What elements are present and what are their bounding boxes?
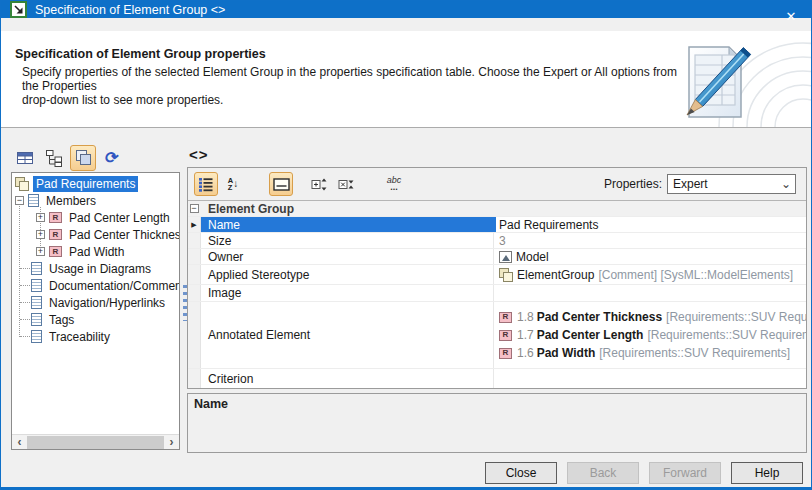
- expand-box-icon[interactable]: +: [36, 213, 45, 222]
- properties-mode-select[interactable]: Expert ⌄: [667, 174, 796, 194]
- requirement-name: Pad Center Thickness: [537, 310, 662, 324]
- sort-alphabetically-button[interactable]: AZ ↓: [221, 172, 245, 196]
- property-value[interactable]: [493, 369, 806, 388]
- property-label: Name: [201, 217, 493, 232]
- grid-view-button[interactable]: [12, 145, 38, 171]
- property-value-text: Model: [516, 250, 549, 264]
- tree-item-pad-center-length[interactable]: + R Pad Center Length: [12, 209, 179, 226]
- property-row-image[interactable]: Image: [188, 285, 806, 302]
- element-tree[interactable]: Pad Requirements − Members + R Pad Cente…: [11, 172, 180, 450]
- properties-toolbar: AZ ↓: [188, 168, 806, 201]
- tree-item-label: Usage in Diagrams: [46, 261, 154, 277]
- categorized-view-button[interactable]: [194, 172, 218, 196]
- annotated-element-item[interactable]: R 1.8 Pad Center Thickness [Requirements…: [499, 308, 806, 326]
- collapse-box-icon[interactable]: −: [15, 196, 24, 205]
- property-row-name[interactable]: ▶ Name Pad Requirements: [188, 217, 806, 233]
- property-value-text: ElementGroup: [517, 268, 594, 282]
- tree-item-usage-in-diagrams[interactable]: Usage in Diagrams: [12, 260, 179, 277]
- categorized-view-icon: [198, 177, 214, 192]
- collapse-all-button[interactable]: [334, 172, 358, 196]
- property-value[interactable]: 3: [493, 233, 806, 248]
- forward-button[interactable]: Forward: [649, 462, 721, 484]
- annotated-element-item[interactable]: R 1.6 Pad Width [Requirements::SUV Requi…: [499, 344, 806, 362]
- property-value-text: 3: [499, 234, 506, 248]
- tree-item-tags[interactable]: Tags: [12, 311, 179, 328]
- dialog-header: Specification of Element Group propertie…: [1, 31, 811, 128]
- expand-box-icon[interactable]: +: [36, 247, 45, 256]
- property-value[interactable]: Model: [493, 249, 806, 264]
- tree-item-members[interactable]: − Members: [12, 192, 179, 209]
- requirement-name: Pad Width: [537, 346, 596, 360]
- customize-button[interactable]: abc...: [382, 172, 406, 196]
- refresh-button[interactable]: ⟳: [99, 145, 125, 171]
- page-description-line1: Specify properties of the selected Eleme…: [22, 65, 682, 93]
- tree-connector: [20, 285, 30, 286]
- expand-all-button[interactable]: [307, 172, 331, 196]
- property-row-size[interactable]: Size 3: [188, 233, 806, 249]
- row-gutter: [188, 369, 201, 388]
- sort-alpha-icon: AZ ↓: [228, 177, 238, 192]
- collapse-box-icon[interactable]: −: [190, 204, 199, 213]
- group-collapse-gutter: −: [188, 201, 201, 216]
- tree-item-documentation-comments[interactable]: Documentation/Comments: [12, 277, 179, 294]
- properties-mode-value: Expert: [668, 177, 777, 191]
- property-row-criterion[interactable]: Criterion: [188, 369, 806, 388]
- requirement-icon: R: [499, 312, 512, 323]
- tree-item-traceability[interactable]: Traceability: [12, 328, 179, 345]
- requirement-icon: R: [499, 348, 512, 359]
- property-value[interactable]: Pad Requirements: [493, 217, 806, 232]
- specification-dialog: Specification of Element Group <> ✕ Spec…: [0, 0, 812, 490]
- requirement-path: [Requirements::SUV Requirements]: [599, 346, 790, 360]
- switch-view-button[interactable]: [70, 145, 96, 171]
- show-description-button[interactable]: [269, 172, 293, 196]
- tree-connector: [20, 268, 30, 269]
- app-icon: [10, 1, 27, 18]
- scrollbar-thumb[interactable]: [27, 436, 164, 449]
- properties-table: − Element Group ▶ Name Pad Requirements …: [188, 201, 806, 388]
- requirement-icon: R: [49, 246, 62, 257]
- tree-horizontal-scrollbar[interactable]: ‹ ›: [12, 434, 179, 449]
- tree-view-button[interactable]: [41, 145, 67, 171]
- row-gutter: [188, 233, 201, 248]
- property-value[interactable]: [493, 285, 806, 301]
- tree-connector: [20, 336, 30, 337]
- requirement-name: Pad Center Length: [537, 328, 644, 342]
- document-icon: [31, 330, 42, 343]
- requirement-number: 1.7: [517, 328, 534, 342]
- title-bar[interactable]: Specification of Element Group <> ✕: [1, 1, 811, 18]
- document-icon: [31, 279, 42, 292]
- property-label: Owner: [201, 249, 493, 264]
- tree-item-pad-width[interactable]: + R Pad Width: [12, 243, 179, 260]
- tree-item-pad-center-thickness[interactable]: + R Pad Center Thickness: [12, 226, 179, 243]
- annotated-element-item[interactable]: R 1.7 Pad Center Length [Requirements::S…: [499, 326, 806, 344]
- tree-item-navigation-hyperlinks[interactable]: Navigation/Hyperlinks: [12, 294, 179, 311]
- tree-toolbar: ⟳: [12, 145, 125, 171]
- property-row-applied-stereotype[interactable]: Applied Stereotype ElementGroup [Comment…: [188, 265, 806, 285]
- close-icon[interactable]: ✕: [771, 1, 811, 31]
- row-gutter: [188, 249, 201, 264]
- description-area-icon: [273, 178, 290, 191]
- tree-item-pad-requirements[interactable]: Pad Requirements: [12, 175, 179, 192]
- document-icon: [31, 313, 42, 326]
- hierarchy-icon: [45, 149, 63, 167]
- property-row-annotated-element[interactable]: Annotated Element R 1.8 Pad Center Thick…: [188, 302, 806, 369]
- tree-item-label: Traceability: [46, 329, 113, 345]
- help-button[interactable]: Help: [731, 462, 803, 484]
- row-gutter: ▶: [188, 217, 201, 232]
- property-label: Applied Stereotype: [201, 265, 493, 284]
- close-button[interactable]: Close: [485, 462, 557, 484]
- group-header-label: Element Group: [201, 201, 294, 216]
- scroll-right-icon[interactable]: ›: [164, 436, 179, 449]
- page-description: Specify properties of the selected Eleme…: [22, 65, 682, 107]
- property-row-owner[interactable]: Owner Model: [188, 249, 806, 265]
- property-label: Criterion: [201, 369, 493, 388]
- property-value[interactable]: R 1.8 Pad Center Thickness [Requirements…: [493, 302, 806, 368]
- tree-item-label: Members: [43, 193, 99, 209]
- chevron-down-icon: ⌄: [777, 178, 795, 190]
- group-header-element-group[interactable]: − Element Group: [188, 201, 806, 217]
- tree-item-label: Pad Requirements: [33, 176, 138, 192]
- scroll-left-icon[interactable]: ‹: [12, 436, 27, 449]
- expand-box-icon[interactable]: +: [36, 230, 45, 239]
- property-value[interactable]: ElementGroup [Comment] [SysML::ModelElem…: [493, 265, 806, 284]
- back-button[interactable]: Back: [567, 462, 639, 484]
